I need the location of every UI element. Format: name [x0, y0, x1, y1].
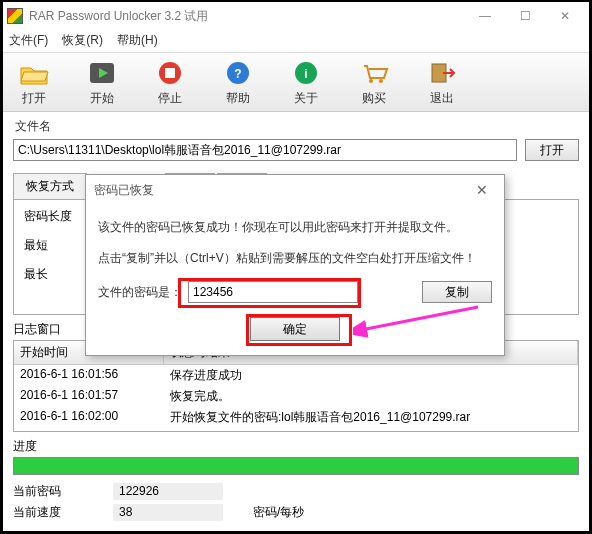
app-icon	[7, 8, 23, 24]
log-row: 2016-6-1 16:01:57恢复完成。	[14, 386, 578, 407]
exit-icon	[426, 57, 458, 88]
progress-label: 进度	[13, 438, 579, 455]
info-icon: i	[290, 57, 322, 88]
stop-icon	[154, 57, 186, 88]
close-button[interactable]: ✕	[545, 4, 585, 28]
filename-label: 文件名	[15, 118, 579, 135]
filepath-input[interactable]	[13, 139, 517, 161]
stop-button[interactable]: 停止	[147, 57, 193, 107]
svg-point-8	[379, 79, 383, 83]
password-field[interactable]	[188, 281, 358, 303]
help-label: 帮助	[226, 90, 250, 107]
file-section: 文件名 打开	[3, 112, 589, 165]
maximize-button[interactable]: ☐	[505, 4, 545, 28]
folder-open-icon	[18, 57, 50, 88]
file-open-button[interactable]: 打开	[525, 139, 579, 161]
svg-rect-2	[165, 68, 175, 78]
current-speed-value: 38	[113, 504, 223, 521]
progress-fill	[14, 458, 578, 474]
dialog-titlebar: 密码已恢复 ✕	[86, 175, 504, 205]
ok-button[interactable]: 确定	[250, 317, 340, 341]
password-recovered-dialog: 密码已恢复 ✕ 该文件的密码已恢复成功！你现在可以用此密码来打开并提取文件。 点…	[85, 174, 505, 356]
log-row: 2016-6-1 16:02:00开始恢复文件的密码:lol韩服语音包2016_…	[14, 407, 578, 428]
play-icon	[86, 57, 118, 88]
open-button[interactable]: 打开	[11, 57, 57, 107]
svg-text:?: ?	[234, 67, 241, 81]
pw-length-label: 密码长度	[24, 208, 84, 225]
progress-bar	[13, 457, 579, 475]
log-row: 2016-6-1 16:03:12恢复密码是：123456	[14, 428, 578, 432]
dialog-line2: 点击“复制”并以（Ctrl+V）粘贴到需要解压的文件空白处打开压缩文件！	[98, 250, 492, 267]
dialog-line1: 该文件的密码已恢复成功！你现在可以用此密码来打开并提取文件。	[98, 219, 492, 236]
exit-button[interactable]: 退出	[419, 57, 465, 107]
log-row: 2016-6-1 16:01:56保存进度成功	[14, 365, 578, 386]
max-label: 最长	[24, 266, 84, 283]
copy-button[interactable]: 复制	[422, 281, 492, 303]
dialog-close-button[interactable]: ✕	[468, 182, 496, 198]
menu-help[interactable]: 帮助(H)	[117, 32, 158, 50]
exit-label: 退出	[430, 90, 454, 107]
menu-file[interactable]: 文件(F)	[9, 32, 48, 50]
current-pw-value: 122926	[113, 483, 223, 500]
stop-label: 停止	[158, 90, 182, 107]
svg-point-7	[369, 79, 373, 83]
titlebar: RAR Password Unlocker 3.2 试用 — ☐ ✕	[3, 2, 589, 30]
window-title: RAR Password Unlocker 3.2 试用	[29, 8, 465, 25]
buy-label: 购买	[362, 90, 386, 107]
password-label: 文件的密码是：	[98, 284, 182, 301]
current-pw-label: 当前密码	[13, 483, 83, 500]
about-button[interactable]: i 关于	[283, 57, 329, 107]
minimize-button[interactable]: —	[465, 4, 505, 28]
dialog-title: 密码已恢复	[94, 182, 468, 199]
start-button[interactable]: 开始	[79, 57, 125, 107]
cart-icon	[358, 57, 390, 88]
help-button[interactable]: ? 帮助	[215, 57, 261, 107]
help-icon: ?	[222, 57, 254, 88]
current-speed-label: 当前速度	[13, 504, 83, 521]
menubar: 文件(F) 恢复(R) 帮助(H)	[3, 30, 589, 52]
buy-button[interactable]: 购买	[351, 57, 397, 107]
svg-text:i: i	[304, 67, 307, 81]
about-label: 关于	[294, 90, 318, 107]
open-label: 打开	[22, 90, 46, 107]
min-label: 最短	[24, 237, 84, 254]
toolbar: 打开 开始 停止 ? 帮助 i 关于 购买 退出	[3, 52, 589, 112]
start-label: 开始	[90, 90, 114, 107]
tab-mode[interactable]: 恢复方式	[13, 173, 87, 199]
menu-recover[interactable]: 恢复(R)	[62, 32, 103, 50]
progress-section: 进度 当前密码 122926 当前速度 38 密码/每秒	[13, 438, 579, 523]
speed-unit: 密码/每秒	[253, 504, 304, 521]
